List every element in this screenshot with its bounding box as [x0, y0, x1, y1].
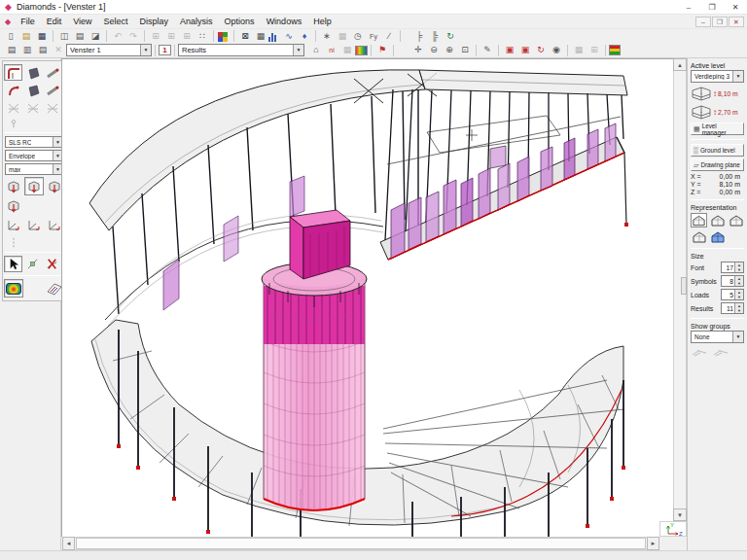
delete-selection-tool[interactable] [43, 256, 61, 272]
table-icon[interactable]: ▦ [335, 30, 350, 43]
structure-icon[interactable]: ⌂ [308, 44, 324, 56]
report-table-icon[interactable]: ▦ [571, 44, 587, 56]
scroll-right-icon[interactable]: ► [647, 537, 659, 550]
load-combination-combo[interactable]: SLS RC ▼ [5, 136, 63, 148]
scroll-left-icon[interactable]: ◄ [62, 537, 75, 550]
solid-window-icon[interactable]: ▦ [253, 30, 268, 43]
envelope-combo[interactable]: Envelope ▼ [5, 150, 63, 161]
grid-lines-icon[interactable]: ⊞ [163, 30, 179, 43]
close-button[interactable]: ✕ [724, 0, 747, 15]
pencil-icon[interactable]: ✎ [480, 44, 495, 56]
slash-icon[interactable]: ∕ [381, 30, 397, 43]
copy-window-icon[interactable]: ▤ [35, 44, 51, 56]
delete-icon[interactable]: ◪ [88, 30, 103, 43]
mesh-results-icon[interactable]: ▦ [339, 44, 355, 56]
new-file-icon[interactable]: ▯ [3, 30, 18, 43]
level-combo[interactable]: Verdieping 3 ▼ [691, 70, 744, 83]
chevron-down-icon[interactable]: ▼ [732, 71, 743, 82]
new-window-icon[interactable]: ▤ [4, 44, 19, 56]
result-moment-tool[interactable] [4, 216, 23, 234]
font-size-stepper[interactable]: 17 ▲▼ [721, 262, 744, 273]
close-window-icon[interactable]: ✕ [51, 44, 66, 56]
menu-help[interactable]: Help [307, 15, 338, 28]
child-restore-button[interactable]: ❐ [712, 17, 728, 27]
draw-column-tool[interactable] [43, 82, 61, 98]
traffic-levels-icon[interactable] [609, 45, 621, 55]
menu-select[interactable]: Select [98, 15, 134, 28]
zoom-in-icon[interactable]: ⊕ [442, 44, 457, 56]
undo-icon[interactable]: ↶ [110, 30, 125, 43]
spin-down-icon[interactable]: ▼ [735, 295, 743, 299]
scroll-up-icon[interactable]: ▲ [673, 58, 687, 71]
chevron-down-icon[interactable]: ▼ [732, 332, 743, 342]
horizontal-scroll-thumb[interactable] [76, 538, 646, 549]
fy-load-icon[interactable]: Fy [366, 30, 381, 43]
snapshot-add-icon[interactable]: ▣ [517, 44, 533, 56]
model-3d-view[interactable] [62, 59, 674, 538]
child-close-button[interactable]: ✕ [729, 17, 744, 27]
result-shear-tool[interactable] [24, 216, 44, 234]
snapshot-icon[interactable]: ▣ [502, 44, 517, 56]
results-size-stepper[interactable]: 11 ▲▼ [721, 302, 744, 314]
report-grid-icon[interactable]: ⊞ [587, 44, 602, 56]
select-cursor-tool[interactable] [4, 256, 22, 272]
result-displacement-tool[interactable] [24, 177, 44, 195]
contour-results-icon[interactable] [355, 46, 368, 55]
align-mid-icon[interactable]: ╠ [427, 30, 443, 43]
print-preview-icon[interactable]: ◫ [56, 30, 72, 43]
window-layers-icon[interactable]: ▥ [19, 44, 35, 56]
minimize-button[interactable]: – [677, 0, 700, 15]
redo-icon[interactable]: ↷ [125, 30, 141, 43]
results-combo[interactable]: Results ▼ [178, 44, 304, 56]
droplet-icon[interactable]: ♦ [297, 30, 312, 43]
draw-beam-tool[interactable] [43, 64, 61, 81]
open-folder-icon[interactable]: ▤ [18, 30, 34, 43]
representation-solid-button[interactable] [709, 229, 726, 244]
zoom-out-icon[interactable]: ⊖ [426, 44, 442, 56]
clock-icon[interactable]: ◷ [350, 30, 366, 43]
chevron-down-icon[interactable]: ▼ [140, 45, 151, 55]
show-groups-combo[interactable]: None ▼ [691, 331, 744, 343]
line-chart-icon[interactable]: ∿ [281, 30, 297, 43]
contour-plot-tool[interactable] [4, 279, 23, 298]
maximize-button[interactable]: ❐ [700, 0, 724, 15]
menu-file[interactable]: File [15, 15, 41, 28]
color-palette-icon[interactable] [217, 31, 231, 42]
menu-edit[interactable]: Edit [41, 15, 68, 28]
result-deformation-tool[interactable] [4, 177, 23, 195]
spin-down-icon[interactable]: ▼ [735, 308, 743, 313]
minmax-combo[interactable]: max ▼ [5, 163, 63, 175]
save-icon[interactable]: ▦ [34, 30, 50, 43]
scroll-down-icon[interactable]: ▼ [673, 508, 687, 521]
spin-down-icon[interactable]: ▼ [735, 267, 743, 272]
zoom-window-icon[interactable]: ⊡ [457, 44, 473, 56]
node-tool[interactable] [4, 117, 22, 129]
menu-display[interactable]: Display [134, 15, 175, 28]
spin-down-icon[interactable]: ▼ [735, 281, 743, 286]
align-left-icon[interactable]: ╞ [411, 30, 427, 43]
symbols-size-stepper[interactable]: 8 ▲▼ [721, 275, 744, 287]
menu-windows[interactable]: Windows [261, 15, 308, 28]
print-icon[interactable]: ▤ [72, 30, 88, 43]
draw-slab-tool[interactable] [23, 82, 42, 98]
gears-icon[interactable]: ∗ [319, 30, 335, 43]
tie-tool[interactable] [23, 99, 42, 116]
menu-analysis[interactable]: Analysis [174, 15, 219, 28]
refresh-icon[interactable]: ↻ [443, 30, 458, 43]
truss-tool[interactable] [4, 99, 22, 116]
draw-frame-tool[interactable] [4, 64, 22, 81]
snapshot-refresh-icon[interactable]: ↻ [533, 44, 549, 56]
representation-wireframe-button[interactable] [691, 213, 707, 228]
load-case-number-icon[interactable]: 1 [159, 45, 171, 55]
representation-transparent-button[interactable] [691, 229, 707, 244]
grid-points-icon[interactable]: ⊞ [148, 30, 163, 43]
pin-icon[interactable]: ⚑ [374, 44, 390, 56]
menu-view[interactable]: View [67, 15, 97, 28]
ni-results-icon[interactable]: ni [324, 44, 339, 56]
measure-tool[interactable] [23, 256, 42, 272]
result-reaction-tool[interactable] [4, 196, 23, 215]
hinge-tool[interactable] [43, 99, 61, 116]
grid-frame-icon[interactable]: ⊞ [179, 30, 195, 43]
model-viewport[interactable]: max = 0,08 4,43 3,32 2,21 1,11 0,00 0,00… [61, 58, 673, 537]
representation-hidden-line-button[interactable] [709, 213, 726, 228]
